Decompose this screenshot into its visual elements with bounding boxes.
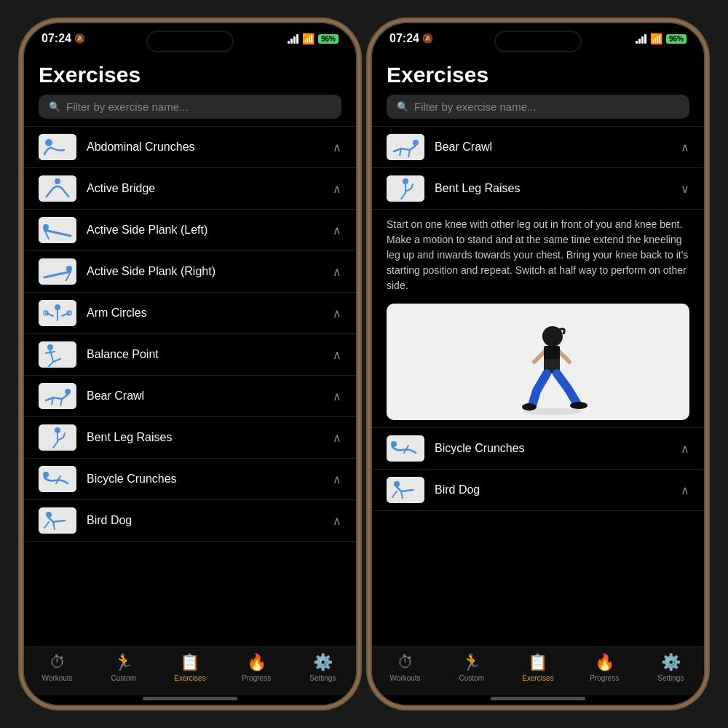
chevron-bird: ∧ xyxy=(333,514,341,528)
exercise-name-bicycle: Bicycle Crunches xyxy=(87,472,323,486)
exercise-item-bird-dog[interactable]: Bird Dog ∧ xyxy=(24,499,356,542)
tab-workouts-right[interactable]: ⏱ Workouts xyxy=(384,653,427,682)
exercise-item-bent-leg[interactable]: Bent Leg Raises ∧ xyxy=(24,416,356,458)
svg-point-1 xyxy=(45,139,52,146)
tab-label-custom-left: Custom xyxy=(111,674,136,682)
exercise-item-bent-right[interactable]: Bent Leg Raises ∨ xyxy=(372,167,704,209)
exercise-name-balance: Balance Point xyxy=(87,348,323,361)
status-time-right: 07:24 🔕 xyxy=(389,32,433,45)
exercise-thumb-plank-l xyxy=(39,217,76,243)
tab-settings-left[interactable]: ⚙️ Settings xyxy=(301,653,344,682)
wifi-icon-right: 📶 xyxy=(650,33,662,44)
exercise-thumb-bear-right xyxy=(387,134,424,160)
exercise-thumb-bear xyxy=(39,383,76,409)
tab-icon-custom-left: 🏃 xyxy=(114,653,133,672)
exercise-item-active-bridge[interactable]: Active Bridge ∧ xyxy=(24,167,356,209)
exercise-thumb-bird-right xyxy=(387,477,424,503)
exercise-thumb-bicycle xyxy=(39,466,76,492)
exercise-name-bear-right: Bear Crawl xyxy=(435,141,670,154)
exercise-item-side-plank-right[interactable]: Active Side Plank (Right) ∧ xyxy=(24,250,356,292)
exercise-thumb-bridge xyxy=(39,175,76,202)
exercise-thumb-bent xyxy=(39,424,76,451)
tab-label-custom-right: Custom xyxy=(459,674,484,682)
tab-label-exercises-left: Exercises xyxy=(174,674,205,682)
tab-label-workouts-right: Workouts xyxy=(390,674,421,682)
svg-point-49 xyxy=(391,441,397,447)
exercise-item-abdominal-crunches[interactable]: Abdominal Crunches ∧ xyxy=(24,126,356,167)
svg-rect-17 xyxy=(39,341,76,368)
phones-container: 07:24 🔕 📶 96% Exercises xyxy=(23,22,705,706)
tab-exercises-left[interactable]: 📋 Exercises xyxy=(168,653,212,682)
exercise-item-arm-circles[interactable]: Arm Circles ∧ xyxy=(24,292,356,333)
battery-right: 96% xyxy=(666,34,687,44)
exercise-description-bent: Start on one knee with other leg out in … xyxy=(372,209,704,304)
tab-exercises-right[interactable]: 📋 Exercises xyxy=(516,653,560,682)
chevron-abdominal: ∧ xyxy=(333,141,341,154)
tab-icon-progress-left: 🔥 xyxy=(247,653,266,672)
tab-icon-custom-right: 🏃 xyxy=(462,653,481,672)
tab-progress-left[interactable]: 🔥 Progress xyxy=(234,653,278,682)
exercise-name-bicycle-right: Bicycle Crunches xyxy=(435,442,670,455)
exercise-name-bird: Bird Dog xyxy=(87,514,323,527)
svg-point-47 xyxy=(523,408,582,415)
chevron-plank-l: ∧ xyxy=(333,223,341,237)
exercise-item-bear-crawl-right[interactable]: Bear Crawl ∧ xyxy=(372,126,704,167)
dynamic-island xyxy=(146,31,234,52)
left-exercise-list: Abdominal Crunches ∧ Active Bridge xyxy=(24,126,356,646)
tab-progress-right[interactable]: 🔥 Progress xyxy=(582,653,626,682)
exercise-item-bicycle[interactable]: Bicycle Crunches ∧ xyxy=(24,458,356,499)
tab-settings-right[interactable]: ⚙️ Settings xyxy=(649,653,692,682)
left-phone: 07:24 🔕 📶 96% Exercises xyxy=(23,22,357,706)
exercise-name-bent-right: Bent Leg Raises xyxy=(435,182,670,195)
signal-bars-left xyxy=(288,34,298,44)
wifi-icon-left: 📶 xyxy=(302,33,314,44)
tab-custom-right[interactable]: 🏃 Custom xyxy=(450,653,494,682)
svg-point-3 xyxy=(55,178,60,184)
exercise-item-bird-dog-right[interactable]: Bird Dog ∧ xyxy=(372,469,704,511)
tab-icon-settings-right: ⚙️ xyxy=(661,653,681,672)
lunge-svg xyxy=(414,304,662,420)
exercise-name-bridge: Active Bridge xyxy=(87,182,323,195)
bell-icon-left: 🔕 xyxy=(74,33,85,44)
tab-label-workouts-left: Workouts xyxy=(42,674,73,682)
left-search-bar[interactable]: 🔍 Filter by exercise name... xyxy=(39,95,341,119)
exercise-name-bear: Bear Crawl xyxy=(87,389,323,403)
search-icon-left: 🔍 xyxy=(49,101,60,112)
svg-point-13 xyxy=(55,304,60,310)
exercise-name-bent: Bent Leg Raises xyxy=(87,431,323,444)
exercise-item-bicycle-right[interactable]: Bicycle Crunches ∧ xyxy=(372,427,704,469)
chevron-bird-right: ∧ xyxy=(681,483,689,497)
tab-icon-workouts-left: ⏱ xyxy=(50,653,66,672)
exercise-name-arm: Arm Circles xyxy=(87,306,323,320)
search-icon-right: 🔍 xyxy=(397,101,408,112)
chevron-bicycle: ∧ xyxy=(333,472,341,486)
exercise-thumb-plank-r xyxy=(39,258,76,285)
status-icons-left: 📶 96% xyxy=(288,33,339,44)
left-tab-bar: ⏱ Workouts 🏃 Custom 📋 Exercises 🔥 Progre… xyxy=(24,646,356,695)
tab-label-settings-right: Settings xyxy=(657,674,684,682)
svg-rect-0 xyxy=(39,134,76,160)
battery-left: 96% xyxy=(318,34,339,44)
tab-icon-workouts-right: ⏱ xyxy=(397,653,414,672)
home-indicator-left xyxy=(143,697,237,700)
svg-rect-48 xyxy=(387,435,424,462)
left-search-placeholder: Filter by exercise name... xyxy=(66,100,189,113)
tab-custom-left[interactable]: 🏃 Custom xyxy=(102,653,146,682)
right-page-title: Exercises xyxy=(387,63,689,87)
signal-bars-right xyxy=(636,34,646,44)
tab-workouts-left[interactable]: ⏱ Workouts xyxy=(36,653,79,682)
right-tab-bar: ⏱ Workouts 🏃 Custom 📋 Exercises 🔥 Progre… xyxy=(372,646,704,695)
chevron-arm: ∧ xyxy=(333,306,341,320)
tab-icon-exercises-left: 📋 xyxy=(180,653,199,672)
chevron-bridge: ∧ xyxy=(333,182,341,196)
svg-rect-41 xyxy=(414,304,662,420)
exercise-item-side-plank-left[interactable]: Active Side Plank (Left) ∧ xyxy=(24,209,356,250)
chevron-bear-right: ∧ xyxy=(681,141,689,154)
svg-point-45 xyxy=(570,402,587,409)
left-page-title: Exercises xyxy=(39,63,341,87)
right-search-bar[interactable]: 🔍 Filter by exercise name... xyxy=(387,95,689,119)
exercise-item-bear-crawl[interactable]: Bear Crawl ∧ xyxy=(24,375,356,416)
exercise-name-abdominal: Abdominal Crunches xyxy=(87,141,323,154)
exercise-item-balance-point[interactable]: Balance Point ∧ xyxy=(24,333,356,375)
chevron-bent-right: ∨ xyxy=(681,182,689,196)
